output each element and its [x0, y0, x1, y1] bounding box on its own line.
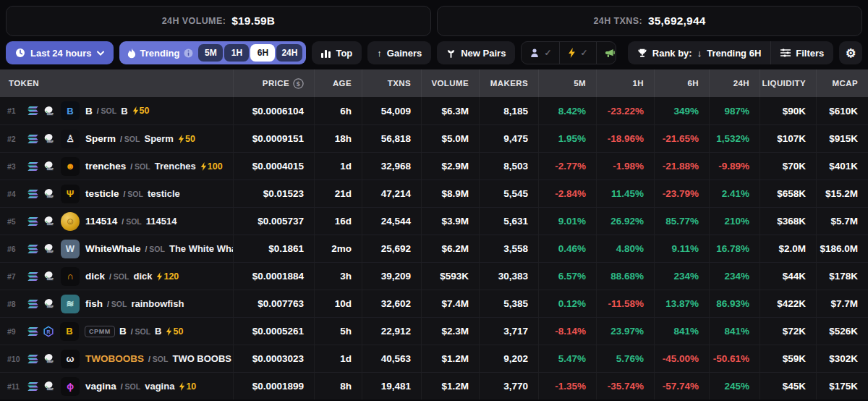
- table-row[interactable]: #8 SWAP ≋ fish / SOL rainbowfish $0.0077…: [0, 290, 868, 317]
- dex-icon: SWAP: [43, 270, 55, 282]
- token-avatar: ♙: [61, 130, 80, 148]
- token-symbol: Sperm: [85, 133, 116, 144]
- sliders-icon: [780, 48, 791, 57]
- token-avatar: B: [60, 322, 79, 341]
- rank-label: #7: [7, 272, 23, 281]
- rank-label: #10: [7, 355, 23, 363]
- change-1h-cell: 23.97%: [596, 318, 654, 345]
- price-cell: $0.0005261: [233, 318, 314, 345]
- col-header-token[interactable]: TOKEN: [0, 79, 233, 88]
- boost-badge[interactable]: 100: [200, 161, 223, 172]
- col-header-5m[interactable]: 5M: [538, 69, 596, 97]
- table-row[interactable]: #6 SWAP W WhiteWhale / SOL The White Wha…: [0, 235, 868, 262]
- price-cell: $0.0001884: [233, 263, 314, 290]
- col-header-liquidity[interactable]: LIQUIDITY: [760, 69, 816, 97]
- price-cell: $0.0004015: [233, 153, 314, 180]
- token-cell: #2 SWAP ♙ Sperm / SOL Sperm 50: [0, 125, 233, 152]
- price-cell: $0.1861: [233, 235, 314, 262]
- col-header-volume[interactable]: VOLUME: [421, 69, 479, 97]
- price-cell: $0.0006104: [233, 97, 314, 124]
- timeframe-pill-5m[interactable]: 5M: [198, 44, 223, 62]
- volume-cell: $1.2M: [421, 373, 479, 400]
- change-24h-cell: 987%: [709, 97, 760, 124]
- table-row[interactable]: #4 SWAP Ψ testicle / SOL testicle $0.015…: [0, 180, 868, 207]
- boost-badge[interactable]: 50: [132, 106, 150, 116]
- trending-label[interactable]: Trending: [140, 48, 180, 59]
- txns-cell: 32,968: [362, 153, 421, 180]
- change-5m-cell: 0.12%: [538, 290, 596, 317]
- token-symbol: testicle: [85, 188, 119, 199]
- token-cell: #7 SWAP ∩ dick / SOL dick 120: [0, 263, 233, 290]
- boost-badge[interactable]: 10: [179, 381, 196, 392]
- solana-icon: [27, 190, 38, 198]
- svg-text:SWAP: SWAP: [47, 305, 54, 308]
- table-row[interactable]: #11 SWAP ϕ vagina / SOL vagina 10 $0.000…: [0, 372, 868, 400]
- svg-text:R: R: [47, 329, 51, 334]
- change-6h-cell: -45.00%: [654, 345, 709, 372]
- table-row[interactable]: #5 SWAP ☺ 114514 / SOL 114514 $0.005737 …: [0, 207, 868, 235]
- token-avatar: ☻: [61, 157, 80, 176]
- boost-badge[interactable]: 120: [156, 271, 179, 282]
- chevron-down-icon: [97, 51, 104, 56]
- quote-pair: / SOL: [109, 272, 129, 281]
- timeframe-pill-1h[interactable]: 1H: [224, 44, 249, 62]
- table-row[interactable]: #10 SWAP ω TWOBOOBS / SOL TWO BOOBS 500 …: [0, 345, 868, 372]
- table-row[interactable]: #1 SWAP B B / SOL B 50 $0.0006104 6h 54,…: [0, 97, 868, 124]
- new-pairs-button[interactable]: New Pairs: [437, 41, 515, 64]
- ads-filter-toggle[interactable]: ✓: [596, 42, 616, 64]
- col-header-1h[interactable]: 1H: [596, 69, 654, 97]
- rank-by-button[interactable]: Rank by: ↓ Trending 6H: [628, 41, 771, 64]
- volume-cell: $3.9M: [421, 208, 479, 235]
- change-1h-cell: 4.80%: [596, 235, 654, 262]
- table-row[interactable]: #3 SWAP ☻ trenches / SOL Trenches 100 $0…: [0, 152, 868, 180]
- boost-badge[interactable]: 50: [178, 134, 195, 144]
- mcap-cell: $5.7M: [816, 208, 868, 235]
- user-filter-toggle[interactable]: ✓: [522, 42, 559, 64]
- boost-badge[interactable]: 50: [166, 326, 183, 337]
- volume-cell: $8.9M: [421, 180, 479, 207]
- col-header-6h[interactable]: 6H: [654, 69, 709, 97]
- token-name: The White Whale: [169, 243, 233, 254]
- settings-button[interactable]: ⚙: [839, 41, 862, 64]
- age-cell: 8h: [314, 373, 362, 400]
- top-button[interactable]: Top: [312, 41, 362, 64]
- makers-cell: 5,631: [479, 208, 538, 235]
- solana-icon: [27, 327, 38, 336]
- time-range-dropdown[interactable]: Last 24 hours: [6, 41, 114, 64]
- col-header-24h[interactable]: 24H: [709, 69, 760, 97]
- col-header-makers[interactable]: MAKERS: [479, 69, 538, 97]
- makers-cell: 9,475: [479, 125, 538, 152]
- age-cell: 18h: [314, 125, 362, 152]
- txns-cell: 39,209: [362, 263, 421, 290]
- filters-label: Filters: [796, 48, 824, 59]
- gainers-button[interactable]: ↑ Gainers: [367, 41, 431, 64]
- change-5m-cell: 1.95%: [538, 125, 596, 152]
- change-6h-cell: 9.11%: [654, 235, 709, 262]
- col-header-mcap[interactable]: MCAP: [816, 69, 868, 97]
- col-header-txns[interactable]: TXNS: [362, 69, 421, 97]
- token-symbol: B: [119, 326, 127, 337]
- filters-button[interactable]: Filters: [770, 41, 833, 64]
- quote-pair: / SOL: [131, 327, 150, 336]
- dex-icon: SWAP: [43, 380, 55, 392]
- boost-filter-toggle[interactable]: ✓: [559, 42, 595, 64]
- token-name: Sperm: [144, 133, 173, 144]
- col-header-age[interactable]: AGE: [314, 69, 362, 97]
- txns-cell: 19,481: [362, 373, 421, 400]
- gear-icon: ⚙: [846, 46, 856, 60]
- mcap-cell: $401K: [816, 153, 868, 180]
- solana-icon: [27, 135, 38, 143]
- col-header-price[interactable]: PRICE $: [233, 69, 314, 97]
- table-row[interactable]: #9 R B CPMM B / SOL B 50 $0.0005261 5h 2…: [0, 317, 868, 345]
- timeframe-pill-6h[interactable]: 6H: [250, 44, 275, 62]
- table-row[interactable]: #2 SWAP ♙ Sperm / SOL Sperm 50 $0.000915…: [0, 124, 868, 152]
- flame-icon: [127, 48, 136, 59]
- timeframe-pill-24h[interactable]: 24H: [276, 44, 302, 62]
- svg-text:SWAP: SWAP: [47, 278, 54, 281]
- volume-cell: $6.2M: [421, 235, 479, 262]
- trophy-icon: [637, 48, 647, 58]
- rank-by-label: Rank by:: [652, 48, 692, 59]
- usd-toggle-icon[interactable]: $: [293, 78, 304, 89]
- table-row[interactable]: #7 SWAP ∩ dick / SOL dick 120 $0.0001884…: [0, 262, 868, 290]
- change-24h-cell: 1,532%: [709, 125, 760, 152]
